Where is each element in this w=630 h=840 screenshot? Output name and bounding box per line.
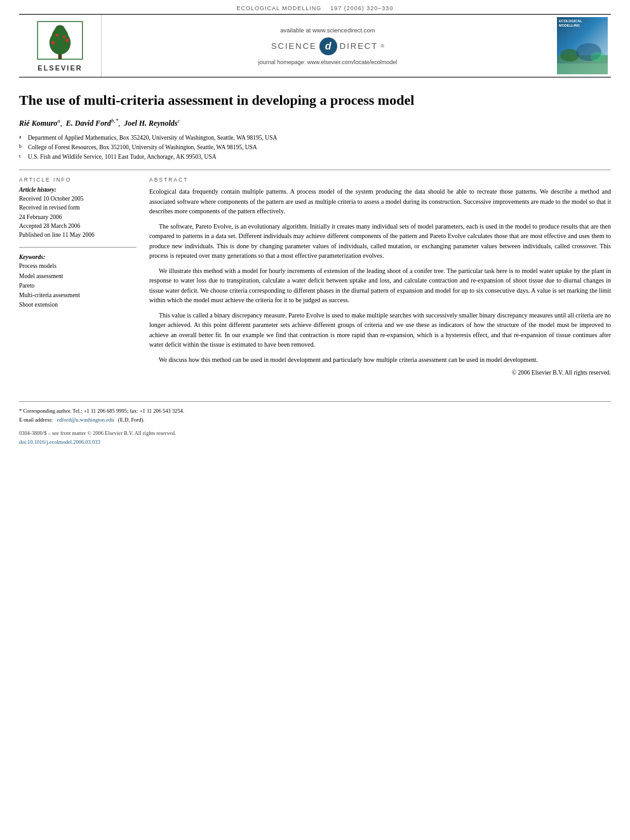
abstract-body: Ecological data frequently contain multi… — [149, 187, 611, 364]
two-column-layout: ARTICLE INFO Article history: Received 1… — [19, 177, 611, 376]
elsevier-tree-icon — [36, 20, 84, 62]
published-text: Published on line 11 May 2006 — [19, 230, 137, 239]
abstract-label: ABSTRACT — [149, 177, 611, 183]
keyword-1: Process models — [19, 262, 137, 271]
affil-3-sup: c — [19, 152, 25, 162]
authors-line: Rié Komuroa, E. David Fordb,*, Joel H. R… — [19, 117, 611, 128]
elsevier-logo: ELSEVIER — [19, 15, 102, 77]
email-address[interactable]: edford@u.washington.edu — [57, 417, 114, 423]
author-2-sup: b,* — [111, 117, 118, 124]
footer-bottom: 0304-3800/$ – see front matter © 2006 El… — [19, 429, 611, 446]
left-column: ARTICLE INFO Article history: Received 1… — [19, 177, 137, 376]
keyword-4: Multi-criteria assessment — [19, 291, 137, 300]
affil-1-text: Department of Applied Mathematics, Box 3… — [28, 133, 277, 143]
affil-2-text: College of Forest Resources, Box 352100,… — [28, 143, 257, 152]
svg-point-7 — [63, 35, 66, 38]
abstract-para-1: Ecological data frequently contain multi… — [149, 187, 611, 217]
abstract-para-2: The software, Pareto Evolve, is an evolu… — [149, 222, 611, 261]
author-3-sup: c — [177, 117, 180, 124]
article-history: Article history: Received 10 October 200… — [19, 187, 137, 239]
doi-line: doi:10.1016/j.ecolmodel.2006.03.033 — [19, 438, 611, 447]
keywords-section: Keywords: Process models Model assessmen… — [19, 254, 137, 310]
affil-2: b College of Forest Resources, Box 35210… — [19, 143, 611, 152]
revised-date: 24 February 2006 — [19, 213, 137, 222]
sd-d-icon: d — [319, 37, 337, 55]
footnote-email-line: E-mail address: edford@u.washington.edu … — [19, 416, 611, 425]
keyword-5: Shoot extension — [19, 300, 137, 310]
keyword-2: Model assessment — [19, 272, 137, 281]
corresponding-author-text: * Corresponding author. Tel.: +1 11 206 … — [19, 408, 184, 414]
author-1-name: Rié Komuro — [19, 119, 57, 128]
center-header: available at www.sciencedirect.com SCIEN… — [102, 15, 554, 77]
email-name: (E.D. Ford). — [118, 417, 145, 423]
revised-text: Received in revised form — [19, 203, 137, 212]
affil-3: c U.S. Fish and Wildlife Service, 1011 E… — [19, 152, 611, 162]
svg-point-4 — [51, 41, 55, 44]
journal-volume: 197 (2006) 320–330 — [330, 5, 393, 11]
svg-point-13 — [591, 52, 606, 62]
history-heading: Article history: — [19, 187, 137, 193]
affil-1-sup: a — [19, 133, 25, 143]
author-3-name: Joel H. Reynolds — [124, 119, 177, 128]
email-label: E-mail address: — [19, 417, 53, 423]
page-footer: * Corresponding author. Tel.: +1 11 206 … — [19, 401, 611, 446]
eco-cover-image: ECOLOGICALMODELLING — [557, 17, 608, 74]
abstract-para-4: This value is called a binary discrepanc… — [149, 310, 611, 350]
article-title: The use of multi-criteria assessment in … — [19, 91, 611, 110]
cover-landscape-icon — [557, 39, 608, 74]
article-info-label: ARTICLE INFO — [19, 177, 137, 183]
page: ECOLOGICAL MODELLING 197 (2006) 320–330 — [0, 0, 630, 840]
issn-line: 0304-3800/$ – see front matter © 2006 El… — [19, 429, 611, 438]
abstract-para-5: We discuss how this method can be used i… — [149, 355, 611, 365]
accepted-text: Accepted 28 March 2006 — [19, 222, 137, 230]
sd-registered-icon: ® — [380, 43, 384, 49]
svg-rect-12 — [557, 63, 608, 74]
available-text: available at www.sciencedirect.com — [280, 27, 375, 34]
divider-1 — [19, 170, 611, 170]
journal-homepage: journal homepage: www.elsevier.com/locat… — [258, 59, 398, 65]
abstract-para-3: We illustrate this method with a model f… — [149, 266, 611, 305]
right-column: ABSTRACT Ecological data frequently cont… — [149, 177, 611, 376]
affil-1: a Department of Applied Mathematics, Box… — [19, 133, 611, 143]
affil-2-sup: b — [19, 143, 25, 152]
main-content: The use of multi-criteria assessment in … — [0, 77, 630, 389]
copyright-line: © 2006 Elsevier B.V. All rights reserved… — [149, 370, 611, 376]
svg-point-5 — [65, 38, 69, 42]
footnote-corresponding: * Corresponding author. Tel.: +1 11 206 … — [19, 407, 611, 416]
keywords-heading: Keywords: — [19, 254, 137, 260]
divider-keywords — [19, 247, 137, 248]
journal-header: ECOLOGICAL MODELLING 197 (2006) 320–330 — [0, 0, 630, 14]
affil-3-text: U.S. Fish and Wildlife Service, 1011 Eas… — [28, 152, 217, 162]
eco-cover-title-text: ECOLOGICALMODELLING — [559, 19, 606, 28]
keyword-3: Pareto — [19, 281, 137, 291]
eco-journal-cover: ECOLOGICALMODELLING — [554, 15, 611, 77]
elsevier-text: ELSEVIER — [37, 64, 82, 72]
sd-science-text: SCIENCE — [271, 41, 317, 51]
author-1-sup: a — [57, 117, 60, 124]
top-bar: ELSEVIER available at www.sciencedirect.… — [19, 14, 611, 77]
journal-name-volume: ECOLOGICAL MODELLING — [237, 5, 322, 11]
sd-direct-text: DIRECT — [340, 41, 378, 51]
svg-point-6 — [56, 33, 59, 36]
author-2-name: E. David Ford — [66, 119, 111, 128]
received-text: Received 10 October 2005 — [19, 194, 137, 203]
sciencedirect-logo: SCIENCE d DIRECT ® — [271, 37, 384, 55]
doi-text[interactable]: doi:10.1016/j.ecolmodel.2006.03.033 — [19, 439, 100, 445]
affiliations: a Department of Applied Mathematics, Box… — [19, 133, 611, 163]
